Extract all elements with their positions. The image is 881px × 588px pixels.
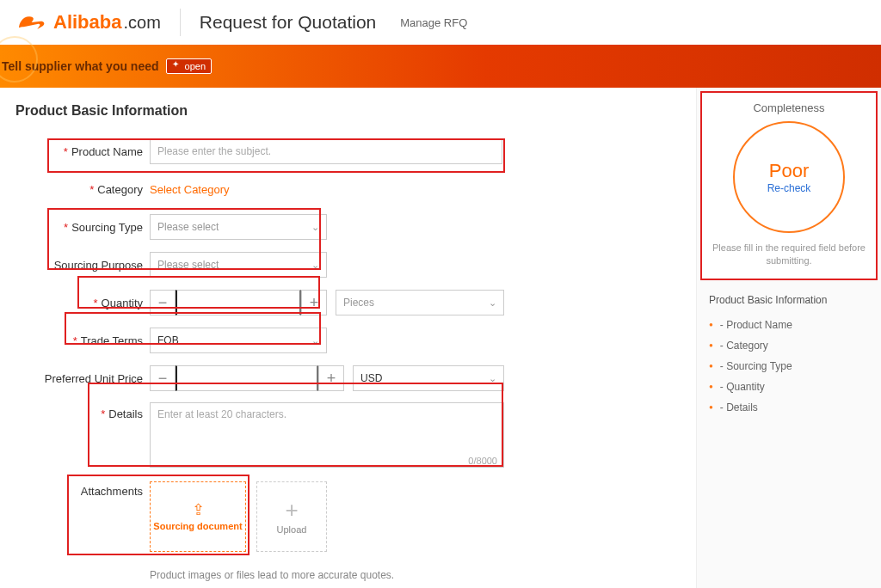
completeness-status: Poor	[769, 160, 809, 182]
upload-button[interactable]: + Upload	[256, 481, 327, 552]
recheck-link[interactable]: Re-check	[767, 182, 811, 194]
label-sourcing-type: Sourcing Type	[71, 221, 143, 234]
upload-icon: ⇪	[192, 500, 205, 519]
row-trade-terms: *Trade Terms FOB⌄	[15, 327, 696, 354]
label-details: Details	[108, 407, 143, 420]
section-title: Product Basic Information	[15, 103, 696, 119]
price-plus-button[interactable]: +	[318, 365, 344, 391]
trade-terms-select[interactable]: FOB⌄	[150, 328, 327, 353]
details-textarea[interactable]	[150, 402, 504, 468]
logo-suffix: .com	[123, 13, 160, 33]
main-form: Product Basic Information *Product Name …	[0, 88, 696, 588]
quantity-input[interactable]	[176, 290, 301, 315]
row-attachments: Attachments ⇪ Sourcing document + Upload…	[15, 481, 696, 581]
currency-select[interactable]: USD⌄	[353, 365, 504, 391]
manage-rfq-link[interactable]: Manage RFQ	[400, 16, 467, 29]
label-trade-terms: Trade Terms	[81, 334, 143, 347]
list-item[interactable]: - Product Name	[709, 315, 869, 335]
sourcing-purpose-select[interactable]: Please select⌄	[150, 252, 327, 278]
quantity-plus-button[interactable]: +	[301, 290, 327, 315]
sidebar-section-title: Product Basic Information	[709, 294, 869, 306]
quantity-minus-button[interactable]: −	[150, 290, 176, 315]
row-unit-price: Preferred Unit Price − + USD⌄	[15, 364, 696, 392]
alibaba-logo-icon	[15, 12, 50, 33]
completeness-hint: Please fill in the required field before…	[709, 242, 869, 268]
chevron-down-icon: ⌄	[489, 373, 496, 384]
chevron-down-icon: ⌄	[311, 260, 319, 271]
quantity-unit-select[interactable]: Pieces⌄	[336, 290, 504, 315]
chevron-down-icon: ⌄	[311, 335, 319, 346]
row-product-name: *Product Name	[15, 138, 696, 165]
select-category-link[interactable]: Select Category	[150, 183, 230, 196]
sidebar: Completeness Poor Re-check Please fill i…	[696, 88, 881, 588]
label-category: Category	[97, 183, 143, 196]
completeness-ring: Poor Re-check	[733, 121, 845, 233]
open-badge[interactable]: open	[166, 58, 212, 74]
sidebar-required-section: Product Basic Information - Product Name…	[697, 284, 881, 428]
row-category: *Category Select Category	[15, 175, 696, 203]
row-sourcing-purpose: Sourcing Purpose Please select⌄	[15, 251, 696, 279]
sourcing-document-button[interactable]: ⇪ Sourcing document	[150, 481, 246, 552]
list-item[interactable]: - Details	[709, 397, 869, 418]
char-counter: 0/8000	[468, 456, 497, 466]
attachments-hint: Product images or files lead to more acc…	[150, 569, 394, 581]
price-input[interactable]	[176, 365, 318, 391]
label-attachments: Attachments	[81, 485, 143, 498]
header: Alibaba.com Request for Quotation Manage…	[0, 0, 881, 45]
divider	[180, 9, 181, 36]
price-minus-button[interactable]: −	[150, 365, 176, 391]
list-item[interactable]: - Quantity	[709, 377, 869, 397]
label-sourcing-purpose: Sourcing Purpose	[54, 259, 143, 272]
logo-text: Alibaba	[53, 11, 121, 34]
completeness-title: Completeness	[709, 101, 869, 114]
label-unit-price: Preferred Unit Price	[45, 372, 143, 385]
row-quantity: *Quantity − + Pieces⌄	[15, 289, 696, 316]
chevron-down-icon: ⌄	[311, 222, 319, 233]
banner: Tell supplier what you need open	[0, 45, 881, 88]
label-quantity: Quantity	[102, 297, 143, 309]
label-product-name: Product Name	[71, 145, 143, 158]
product-name-input[interactable]	[150, 138, 502, 164]
chevron-down-icon: ⌄	[489, 297, 496, 309]
alibaba-logo[interactable]: Alibaba.com	[15, 11, 161, 34]
list-item[interactable]: - Category	[709, 335, 869, 356]
sourcing-type-select[interactable]: Please select⌄	[150, 214, 327, 240]
unit-price-stepper: − +	[150, 365, 344, 391]
banner-prompt: Tell supplier what you need	[2, 59, 159, 73]
list-item[interactable]: - Sourcing Type	[709, 356, 869, 377]
required-list: - Product Name - Category - Sourcing Typ…	[709, 315, 869, 418]
row-sourcing-type: *Sourcing Type Please select⌄	[15, 213, 696, 241]
badge-icon	[172, 61, 182, 71]
plus-icon: +	[285, 499, 298, 521]
row-details: *Details 0/8000	[15, 402, 696, 471]
page-title: Request for Quotation	[200, 12, 376, 33]
quantity-stepper: − +	[150, 290, 327, 315]
completeness-card: Completeness Poor Re-check Please fill i…	[700, 91, 878, 280]
